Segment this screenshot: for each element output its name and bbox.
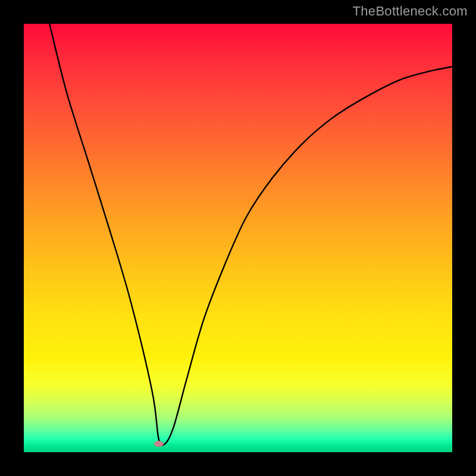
bottleneck-curve: [24, 24, 452, 452]
plot-area: [24, 24, 452, 452]
watermark-label: TheBottleneck.com: [353, 4, 468, 19]
minimum-marker: [154, 441, 164, 447]
chart-frame: TheBottleneck.com: [0, 0, 476, 476]
curve-path: [49, 24, 452, 446]
